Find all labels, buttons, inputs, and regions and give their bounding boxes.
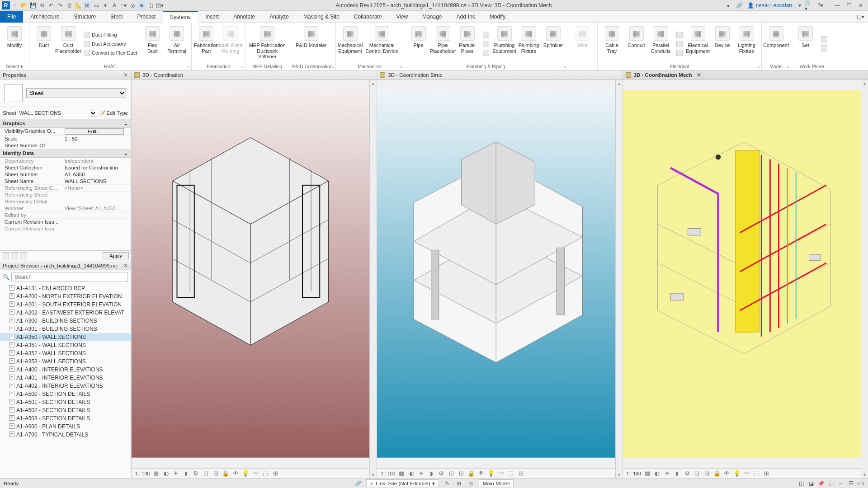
minimize-button[interactable]: —	[832, 1, 843, 9]
lock-icon[interactable]: 🔒	[222, 470, 229, 477]
expand-icon[interactable]: ↘	[187, 65, 190, 69]
pipe-button[interactable]: ▦Pipe	[407, 24, 430, 61]
device-button[interactable]: ▦Device	[711, 24, 734, 61]
stacked-icon-button[interactable]	[674, 39, 685, 48]
property-row[interactable]: WorksetView "Sheet: A1-A350...	[0, 205, 131, 212]
stacked-icon-button[interactable]	[480, 30, 492, 39]
tree-item[interactable]: A1-A202 - EAST/WEST EXTERIOR ELEVAT	[0, 309, 131, 317]
rendering-icon[interactable]: ⚙	[684, 470, 691, 477]
view-header[interactable]: 3D - Coordination	[132, 70, 377, 80]
close-hidden-icon[interactable]: ▭	[92, 1, 100, 9]
sun-path-icon[interactable]: ☀	[172, 470, 179, 477]
worksharing-icon[interactable]: ⬚	[262, 470, 269, 477]
shadows-icon[interactable]: ◗	[428, 470, 435, 477]
mechanical-control-device-button[interactable]: ▦MechanicalControl Device	[363, 24, 401, 61]
close-icon[interactable]: ✕	[123, 72, 128, 78]
worksharing-icon[interactable]: ⬚	[507, 470, 514, 477]
drag-icon[interactable]: ↔	[837, 480, 844, 487]
user-account[interactable]: 👤 cesar.r.escalan... ▾	[747, 2, 801, 9]
worksharing-icon[interactable]: ⬚	[753, 470, 760, 477]
visual-style-icon[interactable]: ◐	[162, 470, 170, 477]
property-row[interactable]: Current Revision Issu...	[0, 219, 131, 225]
tree-item[interactable]: A1-A401 - INTERIOR ELEVATIONS	[0, 374, 131, 382]
property-row[interactable]: Sheet NumberA1-A350	[0, 171, 131, 178]
air-terminal-button[interactable]: ▦AirTerminal	[165, 24, 189, 61]
print-icon[interactable]: ⎙	[65, 1, 73, 9]
property-row[interactable]: Sheet Number Of	[0, 142, 131, 149]
view-scale[interactable]: 1 : 100	[381, 471, 395, 476]
view-scale[interactable]: 1 : 100	[135, 471, 150, 476]
expand-icon[interactable]: ↘	[399, 65, 403, 69]
detail-level-icon[interactable]: ▦	[644, 470, 651, 477]
sync-icon[interactable]: ⟲	[38, 1, 46, 9]
tree-item[interactable]: A1-A200 - NORTH EXTERIOR ELEVATION	[0, 292, 131, 300]
tree-item[interactable]: A1-A201 - SOUTH EXTERIOR ELEVATION	[0, 300, 131, 309]
background-icon[interactable]: ☰	[847, 480, 854, 487]
crop-icon[interactable]: ⊡	[448, 470, 455, 477]
project-browser-tree[interactable]: A1-A131 - ENLARGED RCPA1-A200 - NORTH EX…	[0, 284, 131, 478]
scrollbar-vertical[interactable]: ▴▾	[861, 80, 868, 478]
property-category[interactable]: Graphics⌄	[0, 119, 131, 128]
view-nav-icon[interactable]: ⊞	[517, 470, 524, 477]
stacked-icon-button[interactable]	[480, 48, 492, 57]
analytical-icon[interactable]: 〰	[252, 470, 259, 477]
tree-item[interactable]: A1-A501 - SECTION DETAILS	[0, 398, 131, 406]
stacked-icon-button[interactable]	[818, 35, 830, 44]
tree-item[interactable]: A1-A402 - INTERIOR ELEVATIONS	[0, 382, 131, 390]
switch-windows-icon[interactable]: ▾	[101, 1, 109, 9]
expand-icon[interactable]: ↘	[563, 65, 567, 69]
sun-path-icon[interactable]: ☀	[418, 470, 425, 477]
electrical-equipment-button[interactable]: ▦ElectricalEquipment	[686, 24, 710, 61]
measure-icon[interactable]: 📐	[74, 1, 82, 9]
view-header[interactable]: 3D - Coordination Struc	[377, 70, 622, 80]
cart-icon[interactable]: 🛒▾	[805, 1, 813, 9]
edit-button[interactable]: Edit...	[65, 128, 124, 135]
duct-button[interactable]: ▦Duct	[32, 24, 56, 61]
props-tool-1-icon[interactable]	[2, 252, 9, 259]
view-header[interactable]: 3D - Coordination Mech✕	[623, 70, 868, 80]
tree-item[interactable]: A1-A351 - WALL SECTIONS	[0, 341, 131, 349]
tree-item[interactable]: A1-A502 - SECTION DETAILS	[0, 406, 131, 414]
props-tool-3-icon[interactable]	[20, 252, 27, 259]
workset-icon[interactable]: 🔗	[354, 480, 362, 487]
revit-logo-icon[interactable]: R	[2, 1, 10, 9]
tab-steel[interactable]: Steel	[103, 11, 130, 23]
stacked-icon-button[interactable]	[674, 48, 685, 57]
view-canvas[interactable]	[132, 80, 369, 468]
tab-analyze[interactable]: Analyze	[262, 11, 296, 23]
duct-placeholder-button[interactable]: ▦DuctPlaceholder	[57, 24, 80, 61]
default-3d-icon[interactable]: ⌂▾	[119, 1, 127, 9]
mep-fabrication-ductwork-stiffener-button[interactable]: ▦MEP FabricationDuctwork Stiffener	[248, 24, 286, 61]
temp-hide-icon[interactable]: 👁	[723, 470, 731, 477]
tree-item[interactable]: A1-A500 - SECTION DETAILS	[0, 390, 131, 398]
duct-fitting-button[interactable]: Duct Fitting	[81, 30, 140, 39]
tree-item[interactable]: A1-A300 - BUILDING SECTIONS	[0, 317, 131, 325]
property-row[interactable]: Referencing Sheet	[0, 192, 131, 198]
mechanical-equipment-button[interactable]: ▦MechanicalEquipment	[339, 24, 362, 61]
section-icon[interactable]: ◎	[128, 1, 137, 9]
tab-file[interactable]: File	[0, 11, 23, 23]
pipe-placeholder-button[interactable]: ▦PipePlaceholder	[431, 24, 455, 61]
tab-systems[interactable]: Systems	[163, 11, 198, 23]
workset-combo[interactable]: x_Link_Site (Not Editable) ▾	[366, 479, 439, 487]
apply-button[interactable]: Apply	[103, 252, 129, 259]
analytical-icon[interactable]: 〰	[497, 470, 505, 477]
tab-architecture[interactable]: Architecture	[23, 11, 66, 23]
lock-icon[interactable]: 🔒	[467, 470, 475, 477]
parallel-pipes-button[interactable]: ▦ParallelPipes	[456, 24, 479, 61]
fabrication-part-button[interactable]: ▦FabricationPart	[194, 24, 218, 61]
select-underlay-icon[interactable]: ◪	[807, 480, 815, 487]
link-icon[interactable]: 🔗	[736, 1, 744, 9]
open-icon[interactable]: 📂	[20, 1, 28, 9]
model-combo[interactable]: Main Model	[479, 479, 514, 487]
plumbing-fixture-button[interactable]: ▦PlumbingFixture	[517, 24, 541, 61]
temp-hide-icon[interactable]: 👁	[232, 470, 239, 477]
property-row[interactable]: Referencing Sheet C...<None>	[0, 185, 131, 192]
undo-icon[interactable]: ↶	[47, 1, 55, 9]
plumbing-equipment-button[interactable]: ▦PlumbingEquipment	[493, 24, 516, 61]
scrollbar-vertical[interactable]: ▴▾	[369, 80, 377, 478]
temp-hide-icon[interactable]: 👁	[477, 470, 485, 477]
lock-icon[interactable]: 🔒	[713, 470, 721, 477]
p-id-modeler-button[interactable]: ▦P&ID Modeler	[292, 24, 330, 61]
close-button[interactable]: ✕	[855, 1, 866, 9]
